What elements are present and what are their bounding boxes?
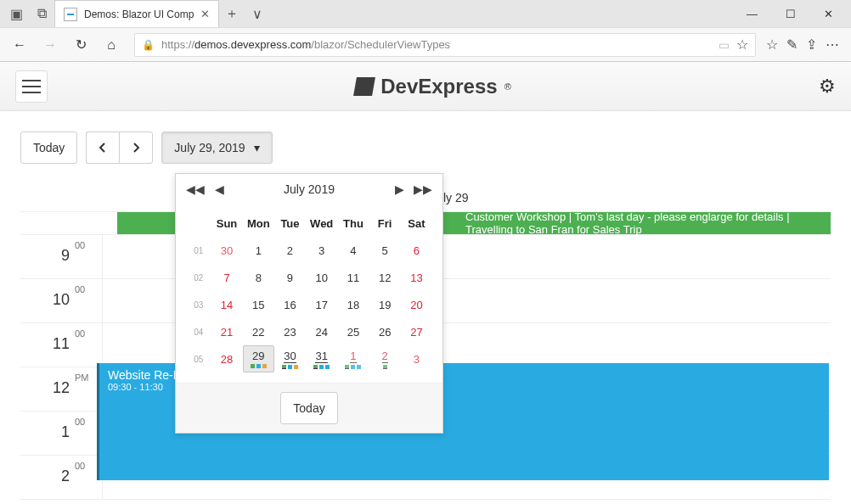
forward-icon: → [37, 32, 63, 58]
more-icon[interactable]: ⋯ [826, 36, 839, 53]
day-cell[interactable]: 10 [306, 264, 337, 291]
tab-bar: ▣ ⧉ Demos: Blazor UI Comp ✕ ＋ ∨ — ☐ ✕ [0, 0, 851, 27]
dow-header: Wed [306, 210, 337, 237]
browser-tab[interactable]: Demos: Blazor UI Comp ✕ [54, 0, 219, 27]
hamburger-menu[interactable] [15, 70, 48, 103]
day-cell[interactable]: 16 [274, 291, 306, 318]
day-cell[interactable]: 15 [243, 291, 274, 318]
refresh-icon[interactable]: ↻ [68, 32, 93, 58]
day-cell[interactable]: 13 [401, 264, 432, 291]
minimize-icon[interactable]: — [733, 1, 771, 26]
week-number: 05 [186, 345, 211, 372]
prev-button[interactable] [86, 132, 119, 164]
week-number: 01 [186, 237, 211, 264]
maximize-icon[interactable]: ☐ [771, 1, 809, 26]
day-cell[interactable]: 19 [369, 291, 401, 318]
favorite-icon[interactable]: ☆ [736, 36, 748, 53]
next-button[interactable] [119, 132, 153, 164]
favorites-hub-icon[interactable]: ☆ [766, 36, 778, 53]
hour-label: 11 [20, 323, 75, 367]
close-tab-icon[interactable]: ✕ [200, 8, 210, 20]
prev-year-icon[interactable]: ◀◀ [186, 182, 205, 196]
gear-icon[interactable]: ⚙ [819, 76, 836, 98]
day-cell[interactable]: 9 [274, 264, 306, 291]
share-icon[interactable]: ⇪ [806, 36, 817, 53]
close-window-icon[interactable]: ✕ [809, 1, 848, 26]
dow-header: Sat [401, 210, 432, 237]
browser-chrome: ▣ ⧉ Demos: Blazor UI Comp ✕ ＋ ∨ — ☐ ✕ ← … [0, 0, 851, 62]
scheduler-toolbar: Today July 29, 2019 ▾ [20, 132, 831, 164]
day-cell[interactable]: 7 [211, 264, 242, 291]
home-icon[interactable]: ⌂ [99, 32, 124, 58]
day-cell[interactable]: 11 [337, 264, 369, 291]
next-year-icon[interactable]: ▶▶ [414, 182, 432, 196]
day-cell[interactable]: 25 [337, 318, 369, 345]
day-cell[interactable]: 17 [306, 291, 337, 318]
week-number: 02 [186, 264, 211, 291]
minute-label: 00 [75, 323, 102, 367]
brand-logo: DevExpress® [355, 75, 511, 98]
today-button[interactable]: Today [20, 132, 77, 164]
day-cell[interactable]: 12 [369, 264, 401, 291]
lock-icon: 🔒 [142, 39, 155, 51]
day-cell[interactable]: 30 [274, 345, 306, 372]
day-cell[interactable]: 31 [306, 345, 337, 372]
url-text: https://demos.devexpress.com/blazor/Sche… [161, 38, 712, 51]
day-cell[interactable]: 3 [306, 237, 337, 264]
week-number: 04 [186, 318, 211, 345]
day-cell[interactable]: 24 [306, 318, 337, 345]
day-cell[interactable]: 6 [401, 237, 432, 264]
hour-label: 10 [20, 279, 75, 322]
datepicker-header: ◀◀ ◀ July 2019 ▶ ▶▶ [176, 174, 442, 204]
dow-header: Tue [274, 210, 306, 237]
dow-header: Thu [337, 210, 369, 237]
dow-header: Sun [211, 210, 242, 237]
brand-text: DevExpress [380, 75, 497, 98]
day-cell[interactable]: 27 [401, 318, 432, 345]
datepicker-footer: Today [176, 383, 442, 433]
day-cell[interactable]: 28 [211, 345, 242, 372]
day-cell[interactable]: 1 [243, 237, 274, 264]
next-month-icon[interactable]: ▶ [390, 182, 409, 196]
window-controls: — ☐ ✕ [733, 1, 848, 26]
notes-icon[interactable]: ✎ [786, 36, 797, 53]
day-cell[interactable]: 14 [211, 291, 242, 318]
day-cell[interactable]: 26 [369, 318, 401, 345]
chevron-down-icon: ▾ [254, 141, 260, 154]
day-cell[interactable]: 4 [337, 237, 369, 264]
address-bar: ← → ↻ ⌂ 🔒 https://demos.devexpress.com/b… [0, 27, 851, 61]
reading-view-icon[interactable]: ▭ [719, 38, 730, 52]
hour-label: 9 [20, 235, 75, 278]
url-input[interactable]: 🔒 https://demos.devexpress.com/blazor/Sc… [134, 33, 756, 57]
day-cell[interactable]: 29 [243, 345, 274, 372]
day-cell[interactable]: 20 [401, 291, 432, 318]
tab-dropdown-icon[interactable]: ∨ [245, 1, 270, 26]
datepicker-today-button[interactable]: Today [280, 392, 337, 424]
day-cell[interactable]: 3 [401, 345, 432, 372]
datepicker-title[interactable]: July 2019 [284, 182, 335, 196]
back-icon[interactable]: ← [7, 32, 32, 58]
dow-header: Fri [369, 210, 401, 237]
day-cell[interactable]: 30 [211, 237, 242, 264]
prev-month-icon[interactable]: ◀ [210, 182, 228, 196]
day-cell[interactable]: 5 [369, 237, 401, 264]
hour-label: 12 [20, 367, 75, 411]
nav-button-group [86, 132, 153, 164]
day-cell[interactable]: 2 [369, 345, 401, 372]
day-cell[interactable]: 2 [274, 237, 306, 264]
day-cell[interactable]: 22 [243, 318, 274, 345]
datepicker-grid: SunMonTueWedThuFriSat0130123456027891011… [176, 204, 442, 383]
date-dropdown-button[interactable]: July 29, 2019 ▾ [161, 132, 272, 164]
minute-label: 00 [75, 235, 102, 278]
new-tab-icon[interactable]: ＋ [219, 1, 245, 26]
page-header: DevExpress® ⚙ [0, 62, 851, 111]
dow-header: Mon [243, 210, 274, 237]
tabs-preview-icon[interactable]: ▣ [3, 1, 29, 26]
set-aside-tabs-icon[interactable]: ⧉ [29, 1, 54, 26]
day-cell[interactable]: 8 [243, 264, 274, 291]
hour-label: 1 [20, 412, 75, 455]
day-cell[interactable]: 1 [337, 345, 369, 372]
day-cell[interactable]: 23 [274, 318, 306, 345]
day-cell[interactable]: 18 [337, 291, 369, 318]
day-cell[interactable]: 21 [211, 318, 242, 345]
